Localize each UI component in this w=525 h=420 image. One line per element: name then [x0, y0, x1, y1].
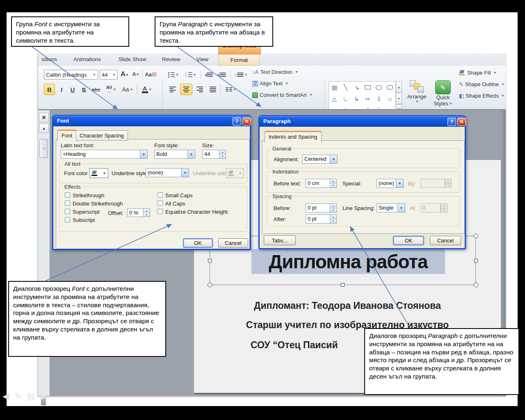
spin-up-icon[interactable]: ▲	[144, 209, 150, 213]
elbow-connector-icon[interactable]: ∟	[340, 93, 351, 105]
spin-up-icon[interactable]: ▲	[330, 179, 336, 184]
rectangle-shape-icon[interactable]	[362, 82, 373, 93]
tab-indents-and-spacing[interactable]: Indents and Spacing	[265, 131, 322, 143]
arrange-button[interactable]: Arrange▼	[405, 80, 429, 103]
special-combo[interactable]: (none)▼	[377, 179, 404, 188]
chevron-down-icon[interactable]: ▼	[397, 204, 405, 212]
chevron-down-icon[interactable]: ▼	[396, 179, 403, 187]
gallery-scroll-down-icon[interactable]: ▼	[396, 93, 402, 104]
double-strikethrough-checkbox[interactable]	[65, 201, 70, 206]
ok-button[interactable]: OK	[183, 238, 213, 248]
close-pane-button[interactable]: ✕	[39, 113, 49, 122]
grow-font-button[interactable]: A▲	[119, 69, 130, 80]
triangle-shape-icon[interactable]: △	[329, 93, 340, 105]
elbow-arrow-connector-icon[interactable]: ↳	[351, 93, 362, 105]
align-right-button[interactable]	[194, 84, 205, 95]
chevron-down-icon[interactable]: ▼	[101, 169, 108, 178]
clear-formatting-button[interactable]: Aa	[144, 69, 157, 80]
help-button[interactable]: ?	[447, 118, 456, 126]
scroll-up-button[interactable]: ▲	[39, 123, 49, 133]
close-button[interactable]: ✕	[457, 118, 466, 126]
close-button[interactable]: ✕	[242, 117, 251, 126]
tab-transitions[interactable]: sitions	[39, 53, 59, 66]
underline-button[interactable]: U	[67, 84, 78, 95]
equalize-character-height-checkbox[interactable]	[158, 209, 163, 214]
slide-menu-icon[interactable]: ▤	[27, 391, 35, 401]
text-box-shape-icon[interactable]: ▤	[329, 82, 340, 93]
align-left-button[interactable]	[167, 84, 178, 95]
justify-button[interactable]	[207, 84, 219, 95]
align-text-button[interactable]: Align Text▼	[252, 80, 288, 87]
spin-down-icon[interactable]: ▼	[330, 219, 336, 224]
shape-outline-button[interactable]: ✎Shape Outline▼	[459, 81, 504, 87]
decrease-indent-button[interactable]: ◂	[203, 70, 215, 80]
font-name-combo[interactable]: Calibri (Headings▼	[44, 70, 98, 80]
font-color-button[interactable]: A▼	[139, 84, 155, 95]
quick-styles-button[interactable]: ✎ Quick Styles▼	[430, 80, 456, 107]
character-spacing-button[interactable]: AV↔▼	[103, 84, 119, 95]
font-size-combo[interactable]: 44▼	[100, 70, 118, 80]
help-button[interactable]: ?	[233, 117, 241, 126]
line-shape-icon[interactable]: ╲	[340, 82, 351, 93]
offset-spinner[interactable]: 0 %▲▼	[127, 208, 150, 217]
slide-title-text[interactable]: Дипломна работа	[269, 251, 427, 273]
right-block-arrow-icon[interactable]: ⇨	[362, 93, 373, 105]
spin-up-icon[interactable]: ▲	[330, 215, 336, 219]
tab-font[interactable]: Font	[57, 130, 76, 142]
selection-handle-bottom-right[interactable]	[474, 283, 478, 287]
slide-subtitle-line[interactable]: СОУ “Отец Паисий	[251, 340, 338, 351]
spin-up-icon[interactable]: ▲	[330, 204, 336, 208]
tab-animations[interactable]: Animations	[71, 53, 103, 66]
columns-button[interactable]: ▼	[224, 84, 238, 95]
tab-character-spacing[interactable]: Character Spacing	[75, 130, 128, 141]
rounded-rectangle-shape-icon[interactable]	[384, 82, 395, 93]
after-spinner[interactable]: 0 pt▲▼	[306, 215, 337, 224]
align-center-button[interactable]	[180, 84, 192, 95]
chevron-down-icon[interactable]: ▼	[187, 150, 195, 158]
gallery-scroll-up-icon[interactable]: ▲	[396, 81, 402, 93]
spin-down-icon[interactable]: ▼	[219, 155, 226, 159]
small-caps-checkbox[interactable]	[158, 192, 163, 198]
increase-indent-button[interactable]: ▸	[216, 70, 228, 80]
bold-button[interactable]: B	[44, 84, 55, 95]
chevron-down-icon[interactable]: ▼	[140, 150, 147, 158]
selection-handle-bottom-left[interactable]	[208, 283, 212, 287]
shrink-font-button[interactable]: A▼	[131, 69, 141, 80]
paragraph-dialog-titlebar[interactable]: Paragraph	[259, 116, 465, 127]
line-spacing-button[interactable]: ↕▼	[233, 70, 249, 80]
chevron-down-icon[interactable]: ▼	[181, 169, 189, 177]
oval-shape-icon[interactable]	[373, 82, 384, 93]
ok-button[interactable]: OK	[393, 236, 424, 245]
underline-style-combo[interactable]: (none)▼	[146, 168, 189, 177]
tab-view[interactable]: View	[194, 53, 211, 66]
spin-down-icon[interactable]: ▼	[144, 213, 150, 217]
selected-text-highlight[interactable]: Дипломна работа	[251, 249, 445, 274]
tab-slide-show[interactable]: Slide Show	[116, 53, 149, 66]
all-caps-checkbox[interactable]	[158, 201, 163, 206]
pen-icon[interactable]: ✎	[14, 391, 22, 401]
tab-review[interactable]: Review	[160, 53, 183, 66]
spin-down-icon[interactable]: ▼	[330, 208, 336, 212]
change-case-button[interactable]: Aa▼	[120, 84, 135, 95]
spin-up-icon[interactable]: ▲	[219, 150, 226, 155]
line-spacing-combo[interactable]: Single▼	[377, 203, 405, 212]
numbering-button[interactable]: 1 2 3 ▼	[183, 70, 199, 80]
alignment-combo[interactable]: Centered▼	[302, 155, 338, 164]
scrollbar-thumb[interactable]: ≡	[39, 139, 48, 158]
font-color-button[interactable]: ▼	[89, 168, 108, 178]
tabs-button[interactable]: Tabs...	[264, 235, 296, 245]
text-direction-button[interactable]: ↕AText Direction▼	[252, 69, 298, 75]
spin-down-icon[interactable]: ▼	[330, 184, 336, 188]
before-spinner[interactable]: 0 pt▲▼	[306, 203, 337, 212]
strikethrough-button[interactable]: abc	[89, 84, 103, 95]
shape-fill-button[interactable]: Shape Fill▼	[459, 70, 497, 76]
cancel-button[interactable]: Cancel	[430, 236, 461, 245]
italic-button[interactable]: I	[57, 84, 66, 95]
freeform-shape-icon[interactable]: ⌂	[384, 93, 395, 105]
selection-handle-mid-left[interactable]	[208, 259, 212, 262]
cancel-button[interactable]: Cancel	[218, 238, 248, 248]
down-block-arrow-icon[interactable]: ⇩	[373, 93, 384, 105]
arrow-shape-icon[interactable]: ↘	[351, 82, 362, 93]
subscript-checkbox[interactable]	[65, 217, 70, 222]
latin-font-combo[interactable]: +Heading▼	[61, 150, 148, 159]
